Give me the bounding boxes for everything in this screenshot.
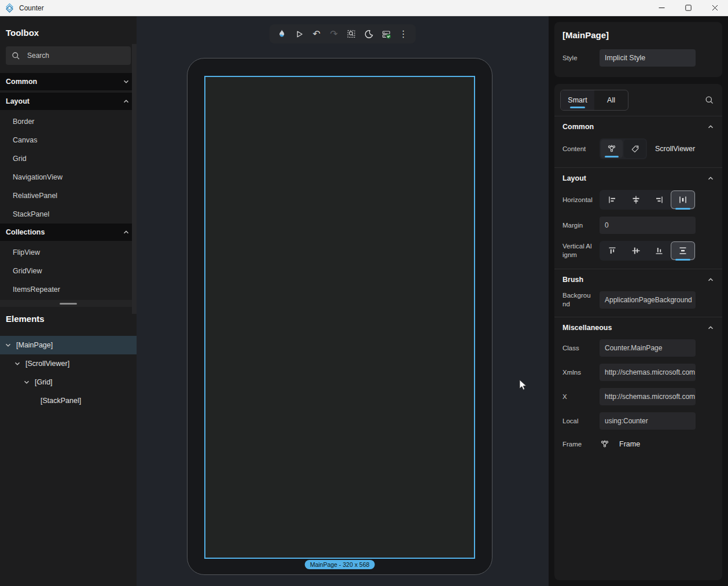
- toolbox-section-collections[interactable]: Collections: [0, 224, 137, 241]
- content-binding-mode-button[interactable]: [624, 140, 646, 158]
- properties-tabs-row: Smart All: [554, 84, 722, 116]
- toolbox-item-border[interactable]: Border: [0, 112, 137, 131]
- active-tab-indicator: [570, 107, 585, 108]
- redo-icon: ↷: [330, 30, 337, 39]
- properties-panel: [MainPage] Style Implicit Style Smart Al…: [549, 16, 728, 586]
- flame-icon: [277, 29, 287, 39]
- align-right-icon: [654, 195, 664, 205]
- zoom-selection-button[interactable]: [344, 26, 359, 42]
- chevron-up-icon: [123, 229, 130, 236]
- window-title: Counter: [19, 4, 44, 12]
- chevron-down-icon[interactable]: [5, 342, 12, 349]
- close-button[interactable]: [701, 0, 728, 16]
- align-center-vertical-button[interactable]: [624, 242, 648, 259]
- tree-item-grid[interactable]: [Grid]: [0, 373, 137, 391]
- selected-alignment-indicator: [675, 208, 690, 210]
- toolbox-item-gridview[interactable]: GridView: [0, 262, 137, 280]
- panel-splitter[interactable]: [0, 300, 137, 307]
- tree-item-stackpanel[interactable]: [StackPanel]: [0, 391, 137, 410]
- horizontal-alignment-row: Horizontal: [554, 186, 722, 213]
- align-right-button[interactable]: [648, 191, 671, 208]
- chevron-down-icon[interactable]: [14, 360, 21, 367]
- horizontal-alignment-label: Horizontal: [562, 196, 593, 204]
- class-input[interactable]: Counter.MainPage: [600, 339, 696, 357]
- deploy-status-button[interactable]: [378, 26, 394, 42]
- margin-row: Margin 0: [554, 213, 722, 237]
- align-bottom-button[interactable]: [648, 242, 671, 259]
- app-logo-icon: [5, 3, 14, 13]
- maximize-icon: [685, 5, 692, 11]
- selected-element-card: [MainPage] Style Implicit Style: [554, 22, 722, 77]
- zoom-selection-icon: [347, 29, 356, 39]
- content-label: Content: [562, 145, 593, 153]
- elements-heading: Elements: [0, 307, 137, 330]
- xmlns-input[interactable]: http://schemas.microsoft.com: [600, 364, 696, 381]
- search-placeholder: Search: [27, 52, 49, 60]
- undo-button[interactable]: ↶: [309, 26, 325, 42]
- tab-all[interactable]: All: [594, 90, 628, 110]
- section-brush[interactable]: Brush: [554, 269, 722, 288]
- content-element-mode-button[interactable]: [601, 140, 623, 158]
- toolbox-item-itemsrepeater[interactable]: ItemsRepeater: [0, 280, 137, 299]
- toolbox-item-stackpanel[interactable]: StackPanel: [0, 205, 137, 224]
- toolbox-item-grid[interactable]: Grid: [0, 149, 137, 168]
- vertical-alignment-group: [600, 241, 696, 261]
- align-top-button[interactable]: [601, 242, 624, 259]
- horizontal-alignment-group: [600, 190, 696, 210]
- class-row: Class Counter.MainPage: [554, 336, 722, 360]
- align-left-button[interactable]: [601, 191, 624, 208]
- vertical-alignment-row: Vertical Alignm: [554, 237, 722, 264]
- elements-tree: [MainPage] [ScrollViewer] [Grid] [StackP…: [0, 336, 137, 410]
- selected-alignment-indicator: [675, 259, 690, 261]
- frame-value[interactable]: Frame: [619, 440, 640, 448]
- mainpage-design-surface[interactable]: [204, 76, 475, 559]
- properties-search-icon[interactable]: [705, 96, 714, 105]
- stretch-vertical-icon: [678, 246, 688, 256]
- background-input[interactable]: ApplicationPageBackground: [600, 291, 696, 309]
- stretch-horizontal-button[interactable]: [671, 191, 694, 208]
- design-canvas[interactable]: ↶ ↷: [137, 16, 549, 586]
- hot-design-button[interactable]: [274, 26, 290, 42]
- x-input[interactable]: http://schemas.microsoft.com: [600, 388, 696, 405]
- tree-item-scrollviewer[interactable]: [ScrollViewer]: [0, 354, 137, 373]
- stretch-vertical-button[interactable]: [671, 242, 694, 259]
- element-icon: [606, 144, 617, 154]
- background-label: Background: [562, 291, 593, 309]
- toolbox-item-relativepanel[interactable]: RelativePanel: [0, 186, 137, 205]
- toolbox-item-navigationview[interactable]: NavigationView: [0, 168, 137, 186]
- margin-label: Margin: [562, 221, 593, 230]
- margin-input[interactable]: 0: [600, 217, 696, 234]
- play-button[interactable]: [292, 26, 307, 42]
- more-options-button[interactable]: ⋮: [396, 26, 411, 42]
- theme-toggle-button[interactable]: [361, 26, 377, 42]
- selected-toggle-indicator: [605, 156, 619, 158]
- redo-button[interactable]: ↷: [326, 26, 342, 42]
- tab-smart[interactable]: Smart: [561, 90, 594, 110]
- chevron-down-icon[interactable]: [23, 379, 30, 386]
- maximize-button[interactable]: [675, 0, 701, 16]
- toolbox-search-input[interactable]: Search: [6, 46, 131, 65]
- style-input[interactable]: Implicit Style: [600, 49, 696, 67]
- section-miscellaneous[interactable]: Miscellaneous: [554, 317, 722, 336]
- search-icon: [12, 52, 20, 60]
- chevron-up-icon: [707, 175, 714, 182]
- align-center-horizontal-button[interactable]: [624, 191, 648, 208]
- tree-item-mainpage[interactable]: [MainPage]: [0, 336, 137, 354]
- design-toolbar: ↶ ↷: [270, 24, 416, 43]
- more-options-icon: ⋮: [399, 30, 408, 39]
- align-left-icon: [607, 195, 617, 205]
- minimize-button[interactable]: [648, 0, 675, 16]
- section-common[interactable]: Common: [554, 116, 722, 135]
- local-input[interactable]: using:Counter: [600, 412, 696, 430]
- toolbox-section-common[interactable]: Common: [0, 73, 137, 90]
- toolbox-section-layout[interactable]: Layout: [0, 93, 137, 110]
- background-row: Background ApplicationPageBackground: [554, 288, 722, 312]
- splitter-handle: [60, 303, 77, 305]
- mouse-cursor: [519, 379, 528, 391]
- chevron-down-icon: [123, 78, 130, 85]
- toolbox-item-flipview[interactable]: FlipView: [0, 243, 137, 262]
- toolbox-scrollbar[interactable]: [132, 44, 137, 314]
- align-center-horizontal-icon: [631, 195, 641, 205]
- toolbox-item-canvas[interactable]: Canvas: [0, 131, 137, 149]
- section-layout[interactable]: Layout: [554, 167, 722, 186]
